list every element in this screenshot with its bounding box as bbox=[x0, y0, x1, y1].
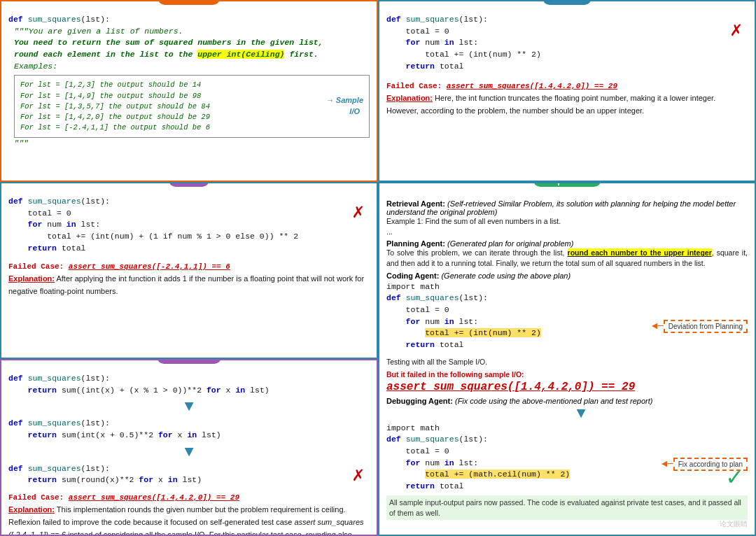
cot-explanation-label: Explanation: bbox=[8, 274, 55, 283]
problem-panel: Problem: def sum_squares(lst): """You ar… bbox=[0, 0, 378, 182]
cot-failed-case: Failed Case: assert sum_squares([-2.4,1,… bbox=[8, 262, 230, 271]
debug-arrow: ▼ bbox=[414, 405, 748, 423]
reflexion-label: Reflexion bbox=[158, 359, 221, 364]
mapcoder-label: MapCoder bbox=[533, 182, 601, 187]
reflexion-code2: def sum_squares(lst): return sum(int(x +… bbox=[8, 418, 370, 441]
direct-label: Direct bbox=[543, 0, 592, 5]
reflexion-failed-case: Failed Case: assert sum_squares([1.4,4.2… bbox=[8, 493, 239, 502]
direct-explanation-label: Explanation: bbox=[386, 94, 433, 102]
direct-cross-icon: ✗ bbox=[730, 17, 742, 41]
direct-code: def sum_squares(lst): total = 0 for num … bbox=[386, 14, 748, 72]
reflexion-code1: def sum_squares(lst): return sum((int(x)… bbox=[8, 373, 370, 396]
retrieval-agent-text: Example 1: Find the sum of all even numb… bbox=[386, 216, 748, 237]
mapcoder-check-icon: ✓ bbox=[727, 462, 742, 493]
deviation-box: Deviation from Planning bbox=[664, 320, 748, 333]
mapcoder-panel: MapCoder Retrieval Agent: (Self-retrieve… bbox=[378, 182, 756, 536]
reflexion-code3: def sum_squares(lst): return sum(round(x… bbox=[8, 463, 370, 486]
sample-io-arrow: → Sample I/O bbox=[326, 96, 363, 115]
reflexion-explanation-label: Explanation: bbox=[8, 505, 55, 514]
cot-explanation-text: After applying the int function it adds … bbox=[8, 274, 364, 295]
reflexion-cross-icon: ✗ bbox=[352, 463, 364, 486]
cot-label: CoT bbox=[169, 182, 209, 187]
deviation-arrow: ◄─ bbox=[652, 320, 664, 332]
problem-code: def sum_squares(lst): """You are given a… bbox=[8, 14, 370, 150]
mapcoder-failed-assert: assert sum_squares([1.4,4.2,0]) == 29 bbox=[386, 381, 635, 393]
retrieval-agent-header: Retrieval Agent: (Self-retrieved Similar… bbox=[386, 199, 748, 216]
reflexion-arrow2: ▼ bbox=[8, 444, 370, 461]
deviation-indicator: ◄─ Deviation from Planning bbox=[652, 320, 748, 333]
watermark: 论文眼睛 bbox=[720, 519, 748, 529]
planning-agent-text: To solve this problem, we can iterate th… bbox=[386, 248, 748, 268]
testing-text: Testing with all the Sample I/O. But it … bbox=[386, 355, 748, 393]
fix-code: import math def sum_squares(lst): total … bbox=[386, 423, 668, 493]
cot-panel: CoT def sum_squares(lst): total = 0 for … bbox=[0, 182, 378, 359]
planning-agent-header: Planning Agent: (Generated plan for orig… bbox=[386, 239, 748, 248]
reflexion-arrow1: ▼ bbox=[8, 398, 370, 416]
debugging-agent-header: Debugging Agent: (Fix code using the abo… bbox=[386, 397, 748, 405]
mapcoder-bottom-text: All sample input-output pairs now passed… bbox=[386, 495, 748, 520]
coding-code: import math def sum_squares(lst): total … bbox=[386, 281, 668, 351]
cot-cross-icon: ✗ bbox=[352, 199, 364, 223]
main-container: Problem: def sum_squares(lst): """You ar… bbox=[0, 0, 756, 536]
reflexion-explanation-text: This implementation rounds the given num… bbox=[8, 505, 364, 536]
direct-explanation-text: Here, the int function truncates the flo… bbox=[386, 94, 715, 115]
fix-plan-arrow: ◄─ bbox=[662, 458, 673, 470]
sample-io-box: For lst = [1,2,3] the output should be 1… bbox=[14, 75, 370, 138]
direct-panel: Direct def sum_squares(lst): total = 0 f… bbox=[378, 0, 756, 182]
reflexion-panel: Reflexion def sum_squares(lst): return s… bbox=[0, 359, 378, 536]
direct-failed-case: Failed Case: assert sum_squares([1.4,4.2… bbox=[386, 82, 617, 90]
coding-agent-header: Coding Agent: (Generate code using the a… bbox=[386, 271, 748, 280]
cot-code: def sum_squares(lst): total = 0 for num … bbox=[8, 196, 370, 254]
problem-label: Problem: bbox=[158, 0, 220, 5]
